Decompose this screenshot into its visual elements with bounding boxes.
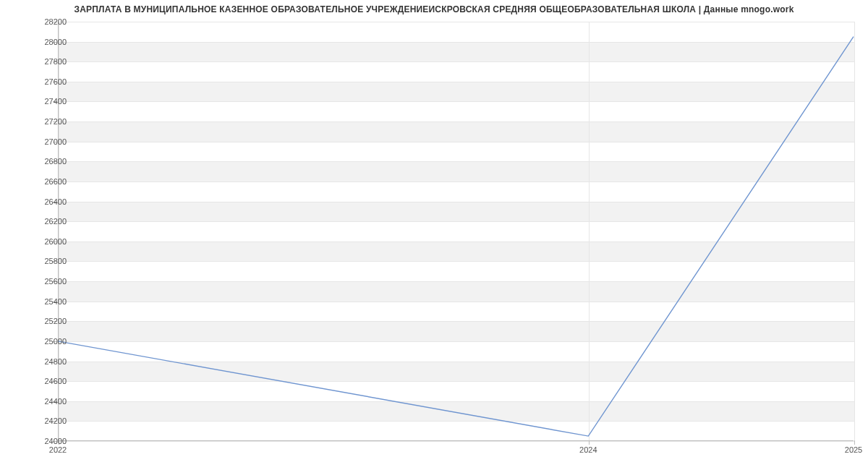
y-tick-label: 26000 bbox=[23, 237, 67, 246]
x-tick bbox=[854, 440, 855, 445]
y-tick-label: 25800 bbox=[23, 257, 67, 265]
y-tick-label: 25000 bbox=[23, 337, 67, 346]
y-tick-label: 27400 bbox=[23, 97, 67, 106]
y-tick-label: 24000 bbox=[23, 437, 67, 445]
x-tick-label: 2024 bbox=[579, 445, 597, 454]
y-tick-label: 24800 bbox=[23, 357, 67, 366]
plot-area-wrapper: 202220242025 bbox=[58, 22, 854, 441]
y-tick-label: 28200 bbox=[23, 17, 67, 26]
y-tick-label: 26800 bbox=[23, 157, 67, 166]
x-gridline bbox=[854, 22, 855, 441]
y-tick-label: 24200 bbox=[23, 416, 67, 425]
y-tick-label: 25600 bbox=[23, 277, 67, 286]
x-tick-label: 2022 bbox=[49, 445, 67, 454]
x-tick-label: 2025 bbox=[845, 445, 862, 454]
y-gridline bbox=[59, 441, 854, 442]
y-tick-label: 27600 bbox=[23, 77, 67, 86]
y-tick-label: 24600 bbox=[23, 377, 67, 385]
y-tick-label: 27000 bbox=[23, 137, 67, 146]
y-tick-label: 27200 bbox=[23, 117, 67, 126]
y-tick-label: 25200 bbox=[23, 317, 67, 325]
y-tick-label: 25400 bbox=[23, 297, 67, 306]
y-tick-label: 26600 bbox=[23, 177, 67, 186]
y-tick-label: 26200 bbox=[23, 217, 67, 226]
y-tick-label: 28000 bbox=[23, 38, 67, 46]
chart-container: ЗАРПЛАТА В МУНИЦИПАЛЬНОЕ КАЗЕННОЕ ОБРАЗО… bbox=[0, 0, 868, 470]
y-tick-label: 26400 bbox=[23, 197, 67, 206]
y-tick-label: 24400 bbox=[23, 397, 67, 406]
line-series bbox=[58, 22, 854, 441]
chart-title: ЗАРПЛАТА В МУНИЦИПАЛЬНОЕ КАЗЕННОЕ ОБРАЗО… bbox=[0, 4, 868, 14]
salary-line bbox=[58, 37, 854, 436]
y-tick-label: 27800 bbox=[23, 57, 67, 66]
